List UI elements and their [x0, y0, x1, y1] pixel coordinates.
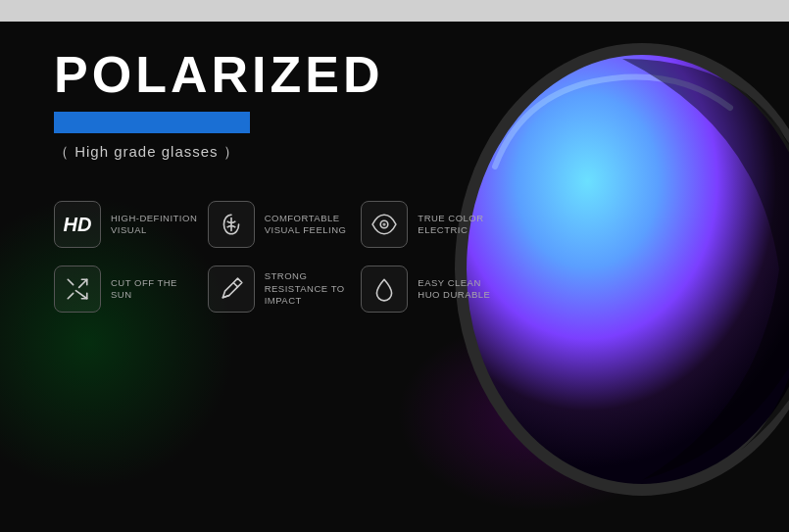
blue-accent-bar — [54, 112, 250, 133]
lens-icon — [219, 212, 244, 237]
hd-icon-box: HD — [54, 201, 101, 248]
top-bar — [0, 0, 789, 22]
hammer-icon — [219, 276, 244, 302]
hammer-icon-box — [208, 266, 255, 313]
lens-icon-box — [208, 201, 255, 248]
hd-icon: HD — [64, 214, 92, 236]
lens-label: COMFORTABLE VISUAL FEELING — [265, 213, 352, 237]
drop-icon-box — [361, 266, 408, 313]
shuffle-icon — [65, 276, 90, 302]
shuffle-label: CUT OFF THE SUN — [111, 277, 198, 302]
eye-icon-box — [361, 201, 408, 248]
page-title: POLARIZED — [54, 49, 505, 100]
feature-item-hd: HD HIGH-DEFINITION VISUAL — [54, 201, 198, 248]
feature-item-lens: COMFORTABLE VISUAL FEELING — [208, 201, 352, 248]
left-content: POLARIZED （ High grade glasses ） HD HIGH… — [54, 49, 505, 313]
feature-item-drop: EASY CLEAN HUO DURABLE — [361, 266, 505, 313]
hd-label: HIGH-DEFINITION VISUAL — [111, 213, 198, 237]
feature-item-hammer: STRONG RESISTANCE TO IMPACT — [208, 266, 352, 313]
eye-icon — [371, 212, 397, 237]
drop-icon — [371, 276, 397, 302]
features-grid: HD HIGH-DEFINITION VISUAL COMFORTABLE VI… — [54, 201, 505, 313]
feature-item-eye: TRUE COLOR ELECTRIC — [361, 201, 505, 248]
shuffle-icon-box — [54, 266, 101, 313]
svg-point-4 — [383, 222, 386, 225]
feature-item-shuffle: CUT OFF THE SUN — [54, 266, 198, 313]
page-wrapper: POLARIZED （ High grade glasses ） HD HIGH… — [0, 0, 789, 532]
page-subtitle: （ High grade glasses ） — [54, 143, 505, 162]
drop-label: EASY CLEAN HUO DURABLE — [418, 277, 505, 302]
hammer-label: STRONG RESISTANCE TO IMPACT — [265, 270, 352, 307]
eye-label: TRUE COLOR ELECTRIC — [418, 213, 505, 237]
